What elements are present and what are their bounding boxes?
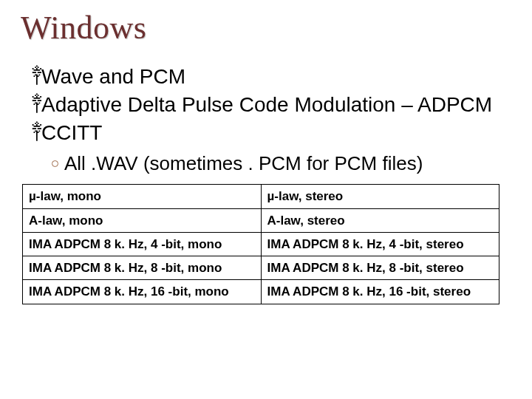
bullet-text: CCITT [41, 121, 102, 144]
table-cell: IMA ADPCM 8 k. Hz, 16 -bit, mono [23, 280, 262, 304]
table-row: µ-law, mono µ-law, stereo [23, 185, 499, 208]
sub-bullet-item: All .WAV (sometimes . PCM for PCM files) [52, 152, 511, 175]
page-title: Windows [21, 9, 511, 47]
bullet-icon: ༒ [31, 121, 41, 144]
ring-icon [52, 160, 58, 167]
table-cell: IMA ADPCM 8 k. Hz, 16 -bit, stereo [261, 280, 499, 304]
table-cell: A-law, stereo [261, 208, 499, 232]
table-cell: µ-law, stereo [261, 185, 499, 208]
table-row: IMA ADPCM 8 k. Hz, 8 -bit, mono IMA ADPC… [23, 256, 499, 280]
table-cell: IMA ADPCM 8 k. Hz, 8 -bit, mono [23, 256, 262, 280]
bullet-item: ༒CCITT [31, 119, 511, 147]
bullet-text: Adaptive Delta Pulse Code Modulation – A… [41, 93, 492, 116]
table-cell: A-law, mono [23, 208, 262, 232]
bullet-text: Wave and PCM [41, 65, 185, 88]
bullet-icon: ༒ [31, 93, 41, 116]
slide: Windows ༒Wave and PCM ༒Adaptive Delta Pu… [0, 0, 532, 399]
table-row: A-law, mono A-law, stereo [23, 208, 499, 232]
table-cell: IMA ADPCM 8 k. Hz, 8 -bit, stereo [261, 256, 499, 280]
table-cell: µ-law, mono [23, 185, 262, 208]
bullet-item: ༒Wave and PCM [31, 63, 511, 91]
bullet-icon: ༒ [31, 65, 41, 88]
table-row: IMA ADPCM 8 k. Hz, 4 -bit, mono IMA ADPC… [23, 232, 499, 256]
table-row: IMA ADPCM 8 k. Hz, 16 -bit, mono IMA ADP… [23, 280, 499, 304]
bullet-list: ༒Wave and PCM ༒Adaptive Delta Pulse Code… [31, 63, 511, 175]
table-cell: IMA ADPCM 8 k. Hz, 4 -bit, stereo [261, 232, 499, 256]
sub-bullet-text: All .WAV (sometimes . PCM for PCM files) [64, 152, 423, 174]
table-cell: IMA ADPCM 8 k. Hz, 4 -bit, mono [23, 232, 262, 256]
bullet-item: ༒Adaptive Delta Pulse Code Modulation – … [31, 91, 511, 119]
codec-table: µ-law, mono µ-law, stereo A-law, mono A-… [22, 184, 499, 304]
